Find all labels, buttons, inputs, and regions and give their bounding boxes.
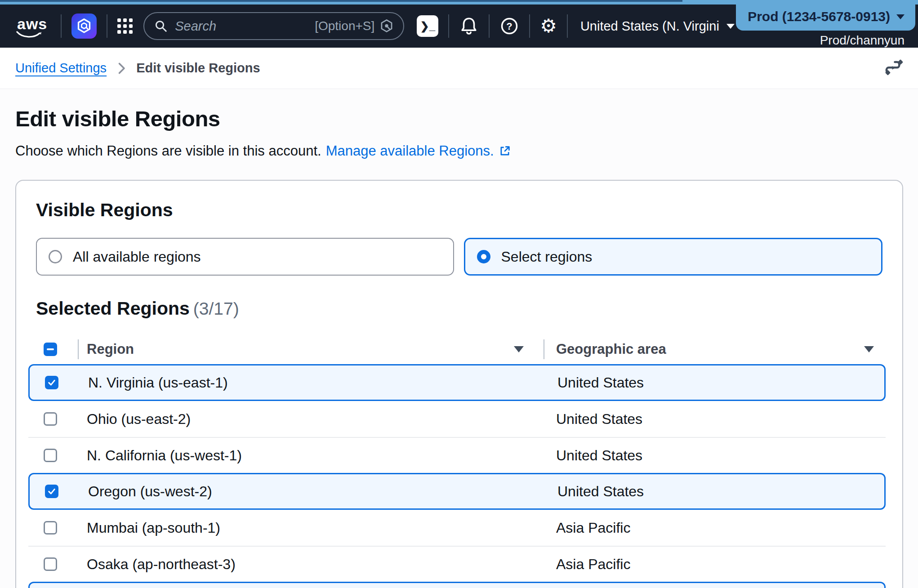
table-row: Ohio (us-east-2) United States [28, 401, 886, 437]
row-checkbox[interactable] [44, 521, 57, 535]
page-description: Choose which Regions are visible in this… [15, 143, 903, 159]
geographic-area-cell: United States [557, 483, 884, 500]
row-checkbox[interactable] [44, 412, 57, 426]
region-cell: Mumbai (ap-south-1) [87, 520, 556, 536]
q-hexagon-glyph [76, 18, 92, 34]
radio-unselected[interactable] [49, 250, 62, 263]
nav-divider [567, 14, 568, 38]
geographic-area-sort-icon[interactable] [864, 346, 874, 352]
region-mode-tiles: All available regions Select regions [36, 238, 882, 276]
session-strip-accent [0, 0, 682, 2]
region-cell: N. Virginia (us-east-1) [88, 374, 557, 391]
geographic-area-cell: United States [556, 411, 886, 428]
amazon-q-icon[interactable] [71, 13, 97, 39]
table-header: Region Geographic area [28, 334, 886, 364]
region-cell: Ohio (us-east-2) [87, 411, 556, 428]
region-cell: N. California (us-west-1) [87, 447, 556, 464]
chevron-down-icon [726, 24, 735, 29]
region-sort-icon[interactable] [514, 346, 524, 352]
external-link-icon [499, 145, 511, 157]
table-row: N. California (us-west-1) United States [28, 437, 886, 473]
geographic-area-cell: United States [557, 374, 884, 391]
nav-divider [489, 14, 490, 38]
row-checkbox[interactable] [45, 485, 58, 498]
cloudshell-icon[interactable]: ❯_ [417, 15, 438, 37]
q-shortcut-icon [380, 19, 393, 33]
table-row: Oregon (us-west-2) United States [28, 473, 886, 510]
tile-label: Select regions [501, 249, 593, 265]
region-table: Region Geographic area N. Virginia (us-e… [28, 334, 886, 588]
breadcrumb: Unified Settings Edit visible Regions [15, 61, 260, 76]
table-row: Mumbai (ap-south-1) Asia Pacific [28, 510, 886, 546]
table-row: Osaka (ap-northeast-3) Asia Pacific [28, 546, 886, 582]
notifications-bell-icon[interactable] [459, 16, 479, 36]
svg-text:?: ? [507, 21, 512, 32]
region-selector[interactable]: United States (N. Virgini [580, 19, 735, 34]
breadcrumb-current: Edit visible Regions [136, 61, 260, 76]
geographic-area-cell: Asia Pacific [556, 556, 886, 573]
search-shortcut-hint: [Option+S] [315, 19, 374, 33]
account-menu-tab[interactable]: Prod (1234-5678-0913) [736, 0, 915, 31]
manage-regions-link[interactable]: Manage available Regions. [326, 143, 511, 159]
aws-smile-icon [16, 31, 42, 38]
top-navigation: aws Search [Option+S] ❯_ [0, 4, 918, 48]
visible-regions-card: Visible Regions All available regions Se… [15, 180, 903, 588]
services-grid-icon[interactable] [117, 18, 133, 34]
geographic-area-cell: United States [556, 447, 886, 464]
user-role-label: Prod/channyun [820, 33, 905, 48]
nav-divider [107, 14, 107, 38]
select-all-checkbox[interactable] [44, 343, 57, 356]
selected-regions-heading: Selected Regions(3/17) [36, 298, 882, 319]
check-icon [47, 487, 56, 496]
nav-divider [529, 14, 530, 38]
column-header-geographic-area: Geographic area [556, 341, 666, 357]
workflow-shortcut-icon[interactable] [884, 59, 903, 78]
region-table-body: N. Virginia (us-east-1) United States Oh… [28, 364, 886, 588]
page-title: Edit visible Regions [15, 106, 903, 131]
check-icon [47, 378, 56, 387]
main-content: Edit visible Regions Choose which Region… [0, 89, 918, 588]
tile-label: All available regions [73, 249, 201, 265]
settings-gear-icon[interactable]: ⚙ [540, 17, 557, 36]
radio-selected[interactable] [477, 250, 490, 263]
help-icon[interactable]: ? [499, 16, 519, 36]
row-checkbox[interactable] [44, 449, 57, 462]
search-placeholder: Search [175, 19, 315, 34]
search-input[interactable]: Search [Option+S] [143, 12, 404, 40]
selected-count: (3/17) [193, 299, 239, 318]
column-divider [78, 339, 79, 359]
breadcrumb-unified-settings[interactable]: Unified Settings [15, 61, 107, 76]
breadcrumb-bar: Unified Settings Edit visible Regions [0, 48, 918, 89]
search-icon [154, 19, 168, 33]
table-row: Seoul (ap-northeast-2) Asia Pacific [28, 582, 886, 588]
column-divider [544, 339, 544, 359]
nav-divider [61, 14, 62, 38]
tile-select-regions[interactable]: Select regions [464, 238, 883, 276]
aws-logo[interactable]: aws [13, 15, 51, 37]
geographic-area-cell: Asia Pacific [556, 520, 886, 536]
chevron-down-icon [896, 14, 905, 19]
table-row: N. Virginia (us-east-1) United States [28, 364, 886, 401]
column-header-region: Region [87, 341, 134, 357]
row-checkbox[interactable] [44, 557, 57, 571]
card-heading: Visible Regions [36, 200, 882, 221]
row-checkbox[interactable] [45, 376, 58, 389]
region-cell: Oregon (us-west-2) [88, 483, 557, 500]
region-cell: Osaka (ap-northeast-3) [87, 556, 556, 573]
breadcrumb-chevron-icon [116, 62, 127, 75]
nav-divider [448, 14, 449, 38]
tile-all-available-regions[interactable]: All available regions [36, 238, 454, 276]
